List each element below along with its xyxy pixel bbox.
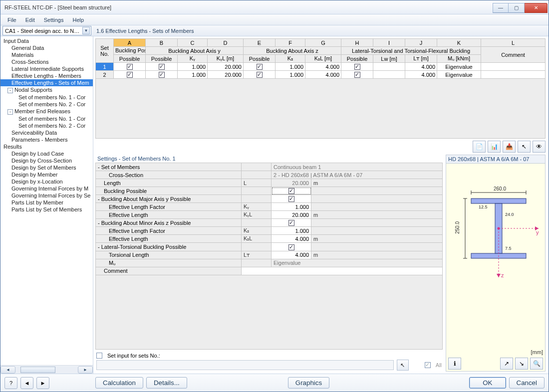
next-button[interactable]: ►: [36, 377, 49, 389]
tree-nodal-supports[interactable]: -Nodal Supports: [0, 86, 93, 94]
tree-cross-sections[interactable]: Cross-Sections: [0, 58, 93, 65]
checkbox-icon[interactable]: [159, 72, 165, 78]
tree-design-loadcase[interactable]: Design by Load Case: [0, 150, 93, 157]
tree-nodal-set1[interactable]: Set of members No. 1 - Cor: [0, 94, 93, 101]
tree-group-input[interactable]: Input Data: [0, 37, 93, 44]
table-row[interactable]: 2 1.000 20.000 1.000 4.000 4.000 Eigenva…: [96, 71, 546, 79]
maximize-button[interactable]: ▢: [509, 3, 525, 13]
all-label: All: [436, 362, 442, 368]
tree-serviceability[interactable]: Serviceability Data: [0, 129, 93, 136]
preview-unit: [mm]: [446, 348, 545, 356]
svg-rect-0: [471, 198, 526, 203]
svg-text:7.5: 7.5: [505, 246, 512, 251]
svg-text:12.5: 12.5: [479, 204, 488, 209]
tree-parts-set[interactable]: Parts List by Set of Members: [0, 206, 93, 213]
tree-eff-len-members[interactable]: Effective Lengths - Members: [0, 72, 93, 79]
tree-materials[interactable]: Materials: [0, 51, 93, 58]
pick-button[interactable]: ↖: [518, 141, 531, 153]
checkbox-icon[interactable]: [288, 244, 294, 250]
tree-nodal-set2[interactable]: Set of members No. 2 - Cor: [0, 101, 93, 108]
page-title: 1.6 Effective Lengths - Sets of Members: [96, 28, 194, 34]
svg-marker-18: [497, 274, 501, 277]
svg-text:250.0: 250.0: [455, 221, 460, 234]
tree-parts-member[interactable]: Parts List by Member: [0, 199, 93, 206]
tree-design-cross[interactable]: Design by Cross-Section: [0, 157, 93, 164]
sidebar: Input Data General Data Materials Cross-…: [0, 36, 93, 374]
info-button[interactable]: ℹ: [448, 358, 461, 370]
window-title: RF-STEEL NTC-DF - [Steel beam structure]: [4, 4, 493, 10]
calculation-button[interactable]: Calculation: [95, 377, 143, 389]
tree-gov-member[interactable]: Governing Internal Forces by M: [0, 185, 93, 192]
svg-point-20: [498, 227, 500, 230]
svg-text:24.0: 24.0: [505, 212, 514, 217]
close-button[interactable]: ✕: [525, 3, 548, 13]
preview-title: HD 260x68 | ASTM A 6/A 6M - 07: [446, 155, 545, 164]
minimize-button[interactable]: —: [493, 3, 509, 13]
cancel-button[interactable]: Cancel: [509, 377, 545, 389]
app-window: RF-STEEL NTC-DF - [Steel beam structure]…: [0, 0, 549, 392]
tree-general-data[interactable]: General Data: [0, 44, 93, 51]
zoom-button[interactable]: 🔍: [530, 358, 543, 370]
ok-button[interactable]: OK: [469, 377, 506, 389]
menu-help[interactable]: Help: [68, 15, 88, 24]
titlebar: RF-STEEL NTC-DF - [Steel beam structure]…: [0, 0, 549, 14]
tree-gov-set[interactable]: Governing Internal Forces by Se: [0, 192, 93, 199]
beam-diagram: 260.0 250.0 12.5 24.0 7.5 y: [451, 169, 541, 283]
tree-mer-set2[interactable]: Set of members No. 2 - Cor: [0, 122, 93, 129]
checkbox-icon[interactable]: [288, 196, 294, 202]
tree-design-member[interactable]: Design by Member: [0, 171, 93, 178]
axes-z-button[interactable]: ↘: [515, 358, 528, 370]
prev-button[interactable]: ◄: [20, 377, 33, 389]
case-combo[interactable]: CA1 - Steel design acc. to NTC- ▼: [2, 26, 91, 35]
import-button[interactable]: 📥: [503, 141, 516, 153]
checkbox-icon[interactable]: [127, 72, 133, 78]
svg-text:260.0: 260.0: [494, 186, 506, 192]
menu-file[interactable]: File: [3, 15, 20, 24]
grid-toolbar: 📄 📊 📥 ↖ 👁: [93, 139, 549, 154]
svg-text:y: y: [536, 229, 539, 235]
checkbox-icon[interactable]: [257, 72, 263, 78]
set-input-checkbox[interactable]: [96, 353, 102, 359]
details-button[interactable]: Details...: [146, 377, 187, 389]
units-button[interactable]: 📄: [473, 141, 486, 153]
checkbox-icon[interactable]: [159, 64, 165, 70]
graphics-button[interactable]: Graphics: [288, 377, 329, 389]
tree-member-end-releases[interactable]: -Member End Releases: [0, 108, 93, 115]
tree-group-results[interactable]: Results: [0, 143, 93, 150]
svg-text:z: z: [501, 272, 504, 278]
checkbox-icon[interactable]: [127, 64, 133, 70]
footer: ? ◄ ► Calculation Details... Graphics OK…: [0, 374, 549, 392]
export-button[interactable]: 📊: [488, 141, 501, 153]
cross-section-preview: HD 260x68 | ASTM A 6/A 6M - 07 260.0: [446, 155, 546, 372]
checkbox-icon[interactable]: [257, 64, 263, 70]
tree-design-set[interactable]: Design by Set of Members: [0, 164, 93, 171]
menubar: File Edit Settings Help: [0, 14, 549, 25]
checkbox-icon[interactable]: [354, 64, 360, 70]
help-button[interactable]: ?: [4, 377, 17, 389]
menu-edit[interactable]: Edit: [21, 15, 39, 24]
tree-mer-set1[interactable]: Set of members No. 1 - Cor: [0, 115, 93, 122]
sidebar-scrollbar[interactable]: ◄►: [0, 365, 93, 374]
settings-panel: Settings - Set of Members No. 1 - Set of…: [95, 155, 443, 372]
view-button[interactable]: 👁: [533, 141, 546, 153]
tree-design-xloc[interactable]: Design by x-Location: [0, 178, 93, 185]
set-input-field[interactable]: [96, 360, 394, 370]
table-row[interactable]: 1 1.000 20.000 1.000 4.000 4.000 Eigenva…: [96, 63, 546, 71]
checkbox-icon[interactable]: [288, 220, 294, 226]
chevron-down-icon: ▼: [82, 27, 90, 34]
checkbox-icon[interactable]: [354, 72, 360, 78]
checkbox-icon[interactable]: [288, 188, 294, 194]
all-checkbox[interactable]: [425, 362, 431, 368]
grid-area: SetNo. A B C D E F G H I J K L: [95, 38, 546, 139]
menu-settings[interactable]: Settings: [40, 15, 68, 24]
tree-lateral-supports[interactable]: Lateral Intermediate Supports: [0, 65, 93, 72]
settings-title: Settings - Set of Members No. 1: [95, 155, 443, 163]
tree-eff-len-sets[interactable]: Effective Lengths - Sets of Mem: [0, 79, 93, 86]
set-input-label: Set input for sets No.:: [107, 353, 160, 359]
tree-parameters-members[interactable]: Parameters - Members: [0, 136, 93, 143]
col-setno[interactable]: SetNo.: [96, 39, 114, 63]
axes-y-button[interactable]: ↗: [500, 358, 513, 370]
settings-grid[interactable]: - Set of MembersContinuous beam 1 Cross-…: [95, 163, 443, 275]
pick-sets-button[interactable]: ↖: [397, 360, 409, 371]
effective-lengths-grid[interactable]: SetNo. A B C D E F G H I J K L: [95, 38, 546, 79]
